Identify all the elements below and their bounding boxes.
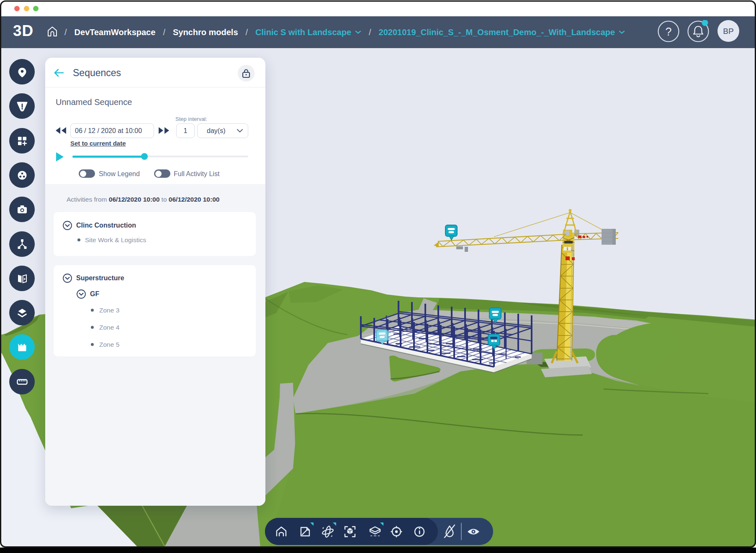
svg-text:BP: BP xyxy=(723,27,733,36)
svg-text:?: ? xyxy=(665,26,671,38)
